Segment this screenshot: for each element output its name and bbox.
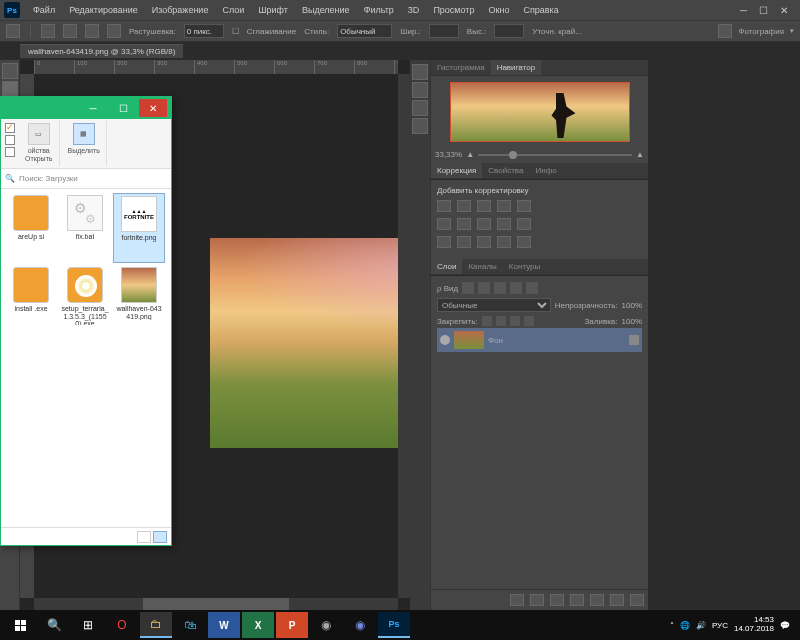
layer-name[interactable]: Фон [488, 336, 503, 345]
workspace-select[interactable]: Фотография [738, 27, 784, 36]
canvas-image[interactable] [210, 238, 410, 448]
filter-shape-icon[interactable] [510, 282, 522, 294]
search-bar[interactable]: 🔍 Поиск: Загрузки [1, 169, 171, 189]
tab-channels[interactable]: Каналы [462, 259, 502, 274]
refine-edge-button[interactable]: Уточн. край... [532, 27, 582, 36]
vibrance-icon[interactable] [517, 200, 531, 212]
filter-type-icon[interactable] [494, 282, 506, 294]
lock-paint-icon[interactable] [496, 316, 506, 326]
lock-pos-icon[interactable] [510, 316, 520, 326]
maximize-icon[interactable]: ☐ [759, 5, 768, 16]
mixer-icon[interactable] [497, 218, 511, 230]
start-button[interactable] [4, 612, 36, 638]
file-item[interactable]: setup_terraria_1.3.5.3_(11550).exe [59, 265, 111, 335]
selection-subtract-icon[interactable] [85, 24, 99, 38]
layer-row[interactable]: Фон [437, 328, 642, 352]
opacity-value[interactable]: 100% [622, 301, 642, 310]
close-button[interactable]: ✕ [139, 99, 167, 117]
minimize-button[interactable]: ─ [79, 99, 107, 117]
word-button[interactable]: W [208, 612, 240, 638]
arrange-icon[interactable] [718, 24, 732, 38]
scrollbar-vertical[interactable] [398, 74, 410, 598]
lookup-icon[interactable] [517, 218, 531, 230]
panel-icon[interactable] [412, 118, 428, 134]
brightness-icon[interactable] [437, 200, 451, 212]
menu-select[interactable]: Выделение [295, 5, 357, 15]
menu-filter[interactable]: Фильтр [357, 5, 401, 15]
menu-layer[interactable]: Слои [215, 5, 251, 15]
minimize-icon[interactable]: ─ [740, 5, 747, 16]
tray-icon[interactable]: 🌐 [680, 621, 690, 630]
blend-mode-select[interactable]: Обычные [437, 298, 551, 312]
link-layers-icon[interactable] [510, 594, 524, 606]
excel-button[interactable]: X [242, 612, 274, 638]
feather-input[interactable] [184, 24, 224, 38]
tab-histogram[interactable]: Гистограмма [431, 60, 491, 75]
threshold-icon[interactable] [477, 236, 491, 248]
width-input[interactable] [429, 24, 459, 38]
zoom-slider[interactable] [478, 154, 632, 156]
layer-thumbnail[interactable] [454, 331, 484, 349]
menu-file[interactable]: Файл [26, 5, 62, 15]
curves-icon[interactable] [477, 200, 491, 212]
photo-filter-icon[interactable] [477, 218, 491, 230]
filter-smart-icon[interactable] [526, 282, 538, 294]
lock-all-icon[interactable] [524, 316, 534, 326]
file-item[interactable]: wallhaven-643419.png [113, 265, 165, 335]
height-input[interactable] [494, 24, 524, 38]
selection-intersect-icon[interactable] [107, 24, 121, 38]
marquee-tool-icon[interactable] [6, 24, 20, 38]
task-view-button[interactable]: ⊞ [72, 612, 104, 638]
zoom-out-icon[interactable]: ▲ [466, 150, 474, 159]
chevron-up-icon[interactable]: ˄ [670, 621, 674, 630]
tab-properties[interactable]: Свойства [482, 163, 529, 178]
menu-view[interactable]: Просмотр [426, 5, 481, 15]
checkbox[interactable] [5, 123, 15, 133]
document-tab[interactable]: wallhaven-643419.png @ 33,3% (RGB/8) [20, 44, 183, 58]
menu-window[interactable]: Окно [481, 5, 516, 15]
search-button[interactable]: 🔍 [38, 612, 70, 638]
hue-icon[interactable] [437, 218, 451, 230]
delete-layer-icon[interactable] [630, 594, 644, 606]
photoshop-button[interactable]: Ps [378, 612, 410, 638]
close-icon[interactable]: ✕ [780, 5, 788, 16]
move-tool[interactable] [2, 63, 18, 79]
notifications-icon[interactable]: 💬 [780, 621, 790, 630]
filter-adj-icon[interactable] [478, 282, 490, 294]
select-icon[interactable]: ▦ [73, 123, 95, 145]
open-label[interactable]: Открыть [25, 155, 53, 162]
posterize-icon[interactable] [457, 236, 471, 248]
menu-3d[interactable]: 3D [401, 5, 427, 15]
tray-icon[interactable]: 🔊 [696, 621, 706, 630]
menu-help[interactable]: Справка [516, 5, 565, 15]
file-item[interactable]: ▲▲▲FORTNITEfortnite.png [113, 193, 165, 263]
fill-value[interactable]: 100% [622, 317, 642, 326]
scrollbar-horizontal[interactable] [34, 598, 398, 610]
levels-icon[interactable] [457, 200, 471, 212]
antialias-checkbox[interactable]: ☐ [232, 27, 239, 36]
bw-icon[interactable] [457, 218, 471, 230]
maximize-button[interactable]: ☐ [109, 99, 137, 117]
selective-icon[interactable] [517, 236, 531, 248]
store-button[interactable]: 🛍 [174, 612, 206, 638]
filter-pixel-icon[interactable] [462, 282, 474, 294]
tab-paths[interactable]: Контуры [503, 259, 546, 274]
tab-layers[interactable]: Слои [431, 259, 462, 274]
icons-view-icon[interactable] [153, 531, 167, 543]
invert-icon[interactable] [437, 236, 451, 248]
panel-icon[interactable] [412, 82, 428, 98]
checkbox[interactable] [5, 147, 15, 157]
powerpoint-button[interactable]: P [276, 612, 308, 638]
exposure-icon[interactable] [497, 200, 511, 212]
language-indicator[interactable]: РУС [712, 621, 728, 630]
zoom-value[interactable]: 33,33% [435, 150, 462, 159]
file-item[interactable]: fix.bat [59, 193, 111, 263]
navigator-thumbnail[interactable] [450, 82, 630, 142]
gradient-map-icon[interactable] [497, 236, 511, 248]
file-item[interactable]: areUp si [5, 193, 57, 263]
adj-layer-icon[interactable] [570, 594, 584, 606]
tab-corrections[interactable]: Коррекция [431, 163, 482, 178]
file-list[interactable]: areUp sifix.bat▲▲▲FORTNITEfortnite.pngin… [1, 189, 171, 527]
selection-new-icon[interactable] [41, 24, 55, 38]
style-select[interactable] [337, 24, 392, 38]
